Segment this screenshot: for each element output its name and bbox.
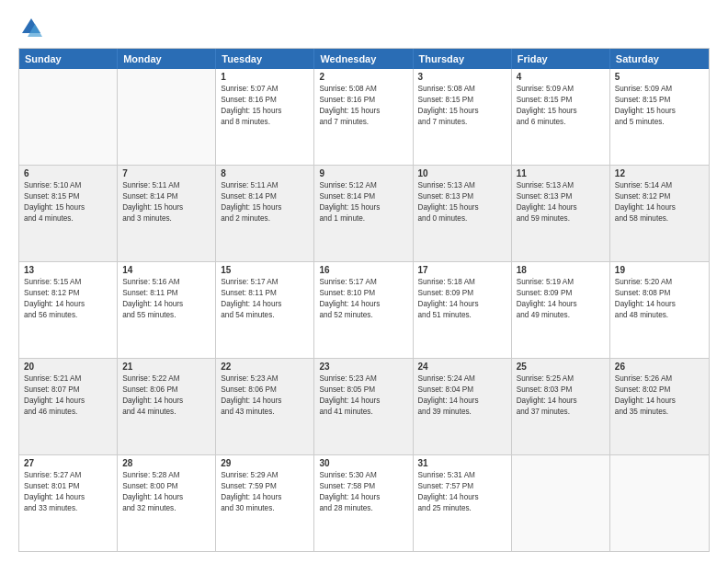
cell-line: Sunrise: 5:10 AM	[24, 180, 112, 191]
day-cell-7: 7Sunrise: 5:11 AMSunset: 8:14 PMDaylight…	[118, 166, 216, 261]
cell-line: Sunrise: 5:23 AM	[221, 373, 309, 385]
cell-line: Daylight: 14 hours	[418, 492, 506, 503]
day-cell-17: 17Sunrise: 5:18 AMSunset: 8:09 PMDayligh…	[414, 262, 512, 358]
day-number: 30	[319, 458, 407, 468]
header-day-monday: Monday	[118, 49, 216, 69]
cell-line: Daylight: 15 hours	[319, 106, 407, 117]
logo-icon	[18, 15, 44, 40]
cell-line: Sunrise: 5:08 AM	[319, 84, 407, 95]
cell-line: Sunset: 8:15 PM	[517, 95, 605, 106]
cell-line: Daylight: 15 hours	[221, 202, 309, 213]
cell-line: Daylight: 14 hours	[221, 396, 309, 407]
cell-line: and 5 minutes.	[615, 117, 704, 128]
cell-line: and 56 minutes.	[24, 310, 112, 321]
cell-line: and 44 minutes.	[122, 407, 210, 418]
day-cell-4: 4Sunrise: 5:09 AMSunset: 8:15 PMDaylight…	[512, 69, 610, 165]
cell-line: Daylight: 15 hours	[418, 202, 506, 213]
cell-line: Daylight: 14 hours	[615, 396, 704, 407]
day-number: 7	[122, 168, 210, 178]
cell-line: Sunrise: 5:29 AM	[221, 470, 309, 481]
cell-line: Daylight: 14 hours	[221, 299, 309, 310]
cell-line: Sunset: 8:14 PM	[221, 191, 309, 202]
day-number: 3	[418, 72, 506, 82]
day-cell-8: 8Sunrise: 5:11 AMSunset: 8:14 PMDaylight…	[216, 166, 314, 261]
cell-line: Sunrise: 5:09 AM	[615, 84, 704, 95]
day-cell-20: 20Sunrise: 5:21 AMSunset: 8:07 PMDayligh…	[19, 359, 118, 454]
cell-line: Sunrise: 5:30 AM	[319, 470, 407, 481]
day-number: 27	[24, 458, 112, 468]
cell-line: Daylight: 14 hours	[122, 299, 210, 310]
cell-line: and 33 minutes.	[24, 503, 112, 514]
calendar-row-4: 20Sunrise: 5:21 AMSunset: 8:07 PMDayligh…	[19, 359, 709, 455]
cell-line: Daylight: 14 hours	[517, 202, 605, 213]
cell-line: Sunset: 8:06 PM	[221, 385, 309, 396]
cell-line: Sunrise: 5:27 AM	[24, 470, 112, 481]
day-cell-1: 1Sunrise: 5:07 AMSunset: 8:16 PMDaylight…	[216, 69, 314, 165]
cell-line: Sunrise: 5:25 AM	[517, 373, 605, 385]
cell-line: and 32 minutes.	[122, 503, 210, 514]
header-day-sunday: Sunday	[19, 49, 118, 69]
cell-line: Daylight: 15 hours	[122, 202, 210, 213]
day-number: 14	[122, 265, 210, 275]
cell-line: and 30 minutes.	[221, 503, 309, 514]
day-number: 17	[418, 265, 506, 275]
cell-line: Daylight: 14 hours	[615, 299, 704, 310]
cell-line: and 28 minutes.	[319, 503, 407, 514]
day-cell-3: 3Sunrise: 5:08 AMSunset: 8:15 PMDaylight…	[414, 69, 512, 165]
cell-line: Sunset: 7:58 PM	[319, 481, 407, 492]
cell-line: Daylight: 14 hours	[615, 202, 704, 213]
cell-line: Daylight: 14 hours	[418, 299, 506, 310]
day-cell-6: 6Sunrise: 5:10 AMSunset: 8:15 PMDaylight…	[19, 166, 118, 261]
cell-line: Daylight: 14 hours	[517, 299, 605, 310]
cell-line: Sunset: 8:07 PM	[24, 385, 112, 396]
cell-line: Sunset: 7:59 PM	[221, 481, 309, 492]
page: SundayMondayTuesdayWednesdayThursdayFrid…	[0, 0, 728, 563]
day-cell-9: 9Sunrise: 5:12 AMSunset: 8:14 PMDaylight…	[314, 166, 413, 261]
cell-line: Sunset: 8:05 PM	[319, 385, 407, 396]
cell-line: Sunset: 8:10 PM	[319, 288, 407, 299]
cell-line: Daylight: 14 hours	[319, 492, 407, 503]
cell-line: Sunset: 8:11 PM	[122, 288, 210, 299]
cell-line: Daylight: 15 hours	[418, 106, 506, 117]
cell-line: and 25 minutes.	[418, 503, 506, 514]
cell-line: Sunset: 8:03 PM	[517, 385, 605, 396]
cell-line: Sunset: 8:01 PM	[24, 481, 112, 492]
day-cell-28: 28Sunrise: 5:28 AMSunset: 8:00 PMDayligh…	[118, 455, 216, 551]
cell-line: Daylight: 14 hours	[122, 492, 210, 503]
cell-line: and 0 minutes.	[418, 213, 506, 224]
day-cell-24: 24Sunrise: 5:24 AMSunset: 8:04 PMDayligh…	[414, 359, 512, 454]
day-number: 18	[517, 265, 605, 275]
cell-line: and 4 minutes.	[24, 213, 112, 224]
day-cell-25: 25Sunrise: 5:25 AMSunset: 8:03 PMDayligh…	[512, 359, 610, 454]
cell-line: Daylight: 14 hours	[24, 492, 112, 503]
cell-line: and 39 minutes.	[418, 407, 506, 418]
day-cell-26: 26Sunrise: 5:26 AMSunset: 8:02 PMDayligh…	[610, 359, 709, 454]
day-number: 13	[24, 265, 112, 275]
calendar-row-3: 13Sunrise: 5:15 AMSunset: 8:12 PMDayligh…	[19, 262, 709, 359]
day-cell-27: 27Sunrise: 5:27 AMSunset: 8:01 PMDayligh…	[19, 455, 118, 551]
cell-line: Sunrise: 5:17 AM	[221, 277, 309, 288]
cell-line: Sunset: 8:12 PM	[24, 288, 112, 299]
cell-line: Sunrise: 5:07 AM	[221, 84, 309, 95]
day-cell-18: 18Sunrise: 5:19 AMSunset: 8:09 PMDayligh…	[512, 262, 610, 358]
day-number: 25	[517, 362, 605, 372]
cell-line: and 7 minutes.	[418, 117, 506, 128]
cell-line: and 49 minutes.	[517, 310, 605, 321]
cell-line: Sunrise: 5:31 AM	[418, 470, 506, 481]
cell-line: Sunset: 8:09 PM	[418, 288, 506, 299]
cell-line: Daylight: 14 hours	[24, 396, 112, 407]
cell-line: Daylight: 15 hours	[221, 106, 309, 117]
day-cell-11: 11Sunrise: 5:13 AMSunset: 8:13 PMDayligh…	[512, 166, 610, 261]
day-number: 6	[24, 168, 112, 178]
cell-line: and 58 minutes.	[615, 213, 704, 224]
day-number: 19	[615, 265, 704, 275]
cell-line: Sunrise: 5:08 AM	[418, 84, 506, 95]
empty-cell	[118, 69, 216, 165]
cell-line: Sunrise: 5:20 AM	[615, 277, 704, 288]
cell-line: and 1 minute.	[319, 213, 407, 224]
cell-line: Sunrise: 5:21 AM	[24, 373, 112, 385]
cell-line: Daylight: 15 hours	[615, 106, 704, 117]
cell-line: Sunrise: 5:09 AM	[517, 84, 605, 95]
empty-cell	[610, 455, 709, 551]
cell-line: and 3 minutes.	[122, 213, 210, 224]
